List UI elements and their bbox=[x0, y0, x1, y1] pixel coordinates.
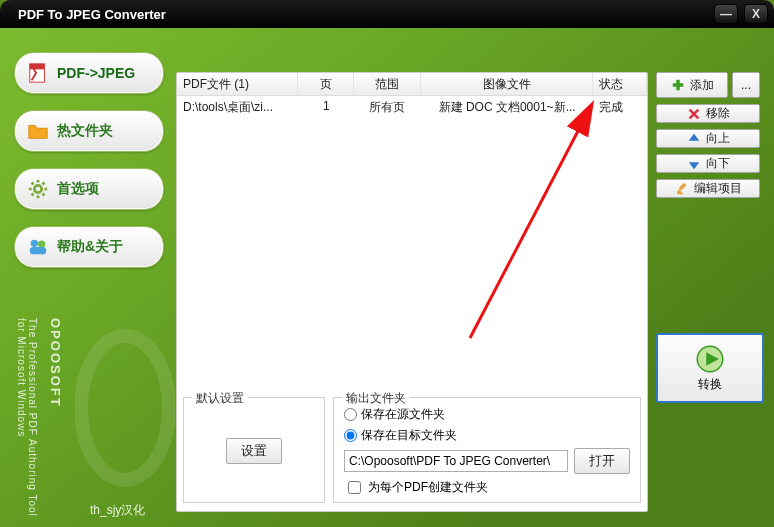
remove-button[interactable]: 移除 bbox=[656, 104, 760, 123]
output-folder-legend: 输出文件夹 bbox=[342, 390, 410, 407]
svg-line-9 bbox=[32, 194, 34, 196]
add-label: 添加 bbox=[690, 77, 714, 94]
brand-name: OPOOSOFT bbox=[43, 318, 63, 408]
edit-item-label: 编辑项目 bbox=[694, 180, 742, 197]
nav-help-about[interactable]: 帮助&关于 bbox=[14, 226, 164, 268]
remove-label: 移除 bbox=[706, 105, 730, 122]
edit-item-button[interactable]: 编辑项目 bbox=[656, 179, 760, 198]
table-header: PDF文件 (1) 页 范围 图像文件 状态 bbox=[177, 73, 647, 96]
save-source-radio[interactable] bbox=[344, 408, 357, 421]
nav-hot-folder-label: 热文件夹 bbox=[57, 122, 113, 140]
add-more-button[interactable]: ... bbox=[732, 72, 760, 98]
per-pdf-label: 为每个PDF创建文件夹 bbox=[368, 479, 488, 496]
arrow-down-icon bbox=[687, 157, 701, 171]
output-folder-group: 输出文件夹 保存在源文件夹 保存在目标文件夹 打开 bbox=[333, 397, 641, 503]
main-panel: PDF文件 (1) 页 范围 图像文件 状态 D:\tools\桌面\zi...… bbox=[176, 72, 648, 512]
svg-marker-19 bbox=[688, 133, 699, 140]
open-folder-button[interactable]: 打开 bbox=[574, 448, 630, 474]
plus-icon bbox=[671, 78, 685, 92]
per-pdf-checkbox[interactable] bbox=[348, 481, 361, 494]
x-icon bbox=[687, 107, 701, 121]
save-target-radio-row: 保存在目标文件夹 bbox=[344, 427, 630, 444]
default-settings-legend: 默认设置 bbox=[192, 390, 248, 407]
cell-image: 新建 DOC 文档0001~新... bbox=[421, 96, 594, 118]
col-image[interactable]: 图像文件 bbox=[421, 73, 593, 95]
folder-icon bbox=[27, 120, 49, 142]
cell-status: 完成 bbox=[593, 96, 647, 118]
close-button[interactable]: X bbox=[744, 4, 768, 24]
move-up-label: 向上 bbox=[706, 130, 730, 147]
right-toolbar: 添加 ... 移除 向上 向下 编辑项目 bbox=[656, 72, 760, 198]
svg-line-8 bbox=[43, 194, 45, 196]
per-pdf-checkbox-row: 为每个PDF创建文件夹 bbox=[344, 478, 630, 497]
nav-pdf-to-jpeg[interactable]: PDF->JPEG bbox=[14, 52, 164, 94]
default-settings-group: 默认设置 设置 bbox=[183, 397, 325, 503]
cell-range: 所有页 bbox=[354, 96, 421, 118]
pencil-icon bbox=[675, 182, 689, 196]
gear-icon bbox=[27, 178, 49, 200]
nav-preferences[interactable]: 首选项 bbox=[14, 168, 164, 210]
svg-point-12 bbox=[38, 241, 45, 248]
svg-rect-13 bbox=[30, 247, 47, 254]
table-row[interactable]: D:\tools\桌面\zi... 1 所有页 新建 DOC 文档0001~新.… bbox=[177, 96, 647, 118]
app-body: PDF->JPEG 热文件夹 首选项 帮助&关于 The P bbox=[0, 28, 774, 527]
svg-rect-16 bbox=[672, 83, 683, 87]
add-button[interactable]: 添加 bbox=[656, 72, 728, 98]
nav-hot-folder[interactable]: 热文件夹 bbox=[14, 110, 164, 152]
col-range[interactable]: 范围 bbox=[354, 73, 421, 95]
sidebar: PDF->JPEG 热文件夹 首选项 帮助&关于 bbox=[14, 52, 164, 268]
col-status[interactable]: 状态 bbox=[593, 73, 647, 95]
svg-marker-20 bbox=[688, 162, 699, 169]
save-source-label: 保存在源文件夹 bbox=[361, 406, 445, 423]
nav-preferences-label: 首选项 bbox=[57, 180, 99, 198]
people-icon bbox=[27, 236, 49, 258]
save-source-radio-row: 保存在源文件夹 bbox=[344, 406, 630, 423]
translator-credit: th_sjy汉化 bbox=[90, 502, 145, 519]
svg-line-10 bbox=[43, 183, 45, 185]
svg-point-14 bbox=[81, 336, 169, 480]
save-target-label: 保存在目标文件夹 bbox=[361, 427, 457, 444]
nav-pdf-to-jpeg-label: PDF->JPEG bbox=[57, 65, 135, 81]
titlebar: PDF To JPEG Converter — X bbox=[0, 0, 774, 28]
pdf-icon bbox=[27, 62, 49, 84]
file-table: PDF文件 (1) 页 范围 图像文件 状态 D:\tools\桌面\zi...… bbox=[177, 73, 647, 385]
play-icon bbox=[695, 344, 725, 374]
brand-tagline: The Professional PDF Authoring Tool for … bbox=[24, 318, 38, 527]
settings-button[interactable]: 设置 bbox=[226, 438, 282, 464]
move-down-button[interactable]: 向下 bbox=[656, 154, 760, 173]
arrow-up-icon bbox=[687, 132, 701, 146]
svg-line-7 bbox=[32, 183, 34, 185]
col-file[interactable]: PDF文件 (1) bbox=[177, 73, 298, 95]
convert-button[interactable]: 转换 bbox=[656, 333, 764, 403]
col-page[interactable]: 页 bbox=[298, 73, 354, 95]
save-target-radio[interactable] bbox=[344, 429, 357, 442]
convert-label: 转换 bbox=[698, 376, 722, 393]
window-title: PDF To JPEG Converter bbox=[18, 7, 166, 22]
minimize-button[interactable]: — bbox=[714, 4, 738, 24]
output-path-input[interactable] bbox=[344, 450, 568, 472]
move-up-button[interactable]: 向上 bbox=[656, 129, 760, 148]
nav-help-about-label: 帮助&关于 bbox=[57, 238, 123, 256]
cell-page: 1 bbox=[299, 96, 354, 118]
move-down-label: 向下 bbox=[706, 155, 730, 172]
svg-rect-22 bbox=[678, 182, 686, 190]
svg-point-2 bbox=[34, 185, 41, 192]
app-window: PDF To JPEG Converter — X PDF->JPEG 热文件夹 bbox=[0, 0, 774, 527]
cell-file: D:\tools\桌面\zi... bbox=[177, 96, 299, 118]
svg-point-11 bbox=[31, 240, 38, 247]
brand-watermark-icon bbox=[75, 328, 175, 488]
